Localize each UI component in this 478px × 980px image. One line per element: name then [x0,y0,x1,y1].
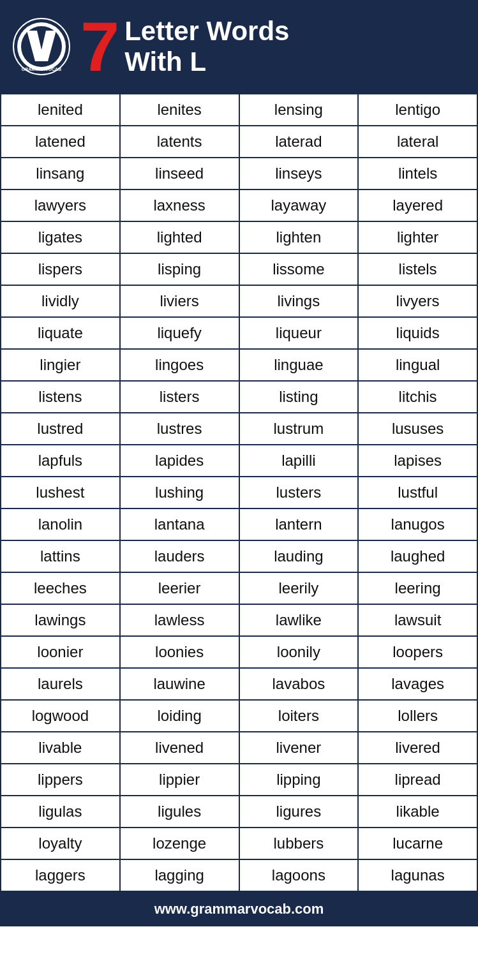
table-row: lingierlingoeslinguaelingual [1,349,477,381]
table-row: livablelivenedlivenerlivered [1,732,477,764]
table-cell: lateral [358,126,477,158]
table-row: lanolinlantanalanternlanugos [1,509,477,540]
table-cell: linguae [239,349,359,381]
table-cell: lighten [239,221,359,253]
table-cell: laxness [120,189,239,221]
table-row: listenslisterslistinglitchis [1,381,477,413]
table-row: lawingslawlesslawlikelawsuit [1,604,477,636]
table-row: leechesleerierleerilyleering [1,572,477,604]
table-cell: lagunas [358,859,477,891]
table-cell: lauders [120,540,239,572]
table-cell: lustred [1,413,120,445]
table-cell: liquids [358,317,477,349]
table-cell: linseys [239,158,359,189]
table-cell: latents [120,126,239,158]
table-cell: lavages [358,668,477,700]
header: GRAMMARVOCAB 7 Letter Words With L [0,0,478,93]
table-cell: laughed [358,540,477,572]
table-cell: loopers [358,636,477,668]
table-cell: lingoes [120,349,239,381]
table-cell: lipread [358,764,477,796]
table-cell: lapides [120,445,239,477]
table-cell: lawings [1,604,120,636]
table-cell: layaway [239,189,359,221]
table-row: lenitedleniteslensinglentigo [1,94,477,126]
table-cell: loonier [1,636,120,668]
table-cell: laggers [1,859,120,891]
table-cell: lantana [120,509,239,540]
table-row: linsanglinseedlinseyslintels [1,158,477,189]
table-cell: ligates [1,221,120,253]
table-cell: lenites [120,94,239,126]
table-cell: likable [358,796,477,828]
table-cell: lighted [120,221,239,253]
table-row: lawyerslaxnesslayawaylayered [1,189,477,221]
table-cell: lustrum [239,413,359,445]
table-cell: ligures [239,796,359,828]
footer: www.grammarvocab.com [0,892,478,926]
table-cell: livered [358,732,477,764]
table-cell: loyalty [1,828,120,859]
table-cell: listens [1,381,120,413]
table-cell: lingual [358,349,477,381]
table-cell: livings [239,285,359,317]
table-cell: livyers [358,285,477,317]
table-row: ligateslightedlightenlighter [1,221,477,253]
table-cell: lantern [239,509,359,540]
table-cell: lanolin [1,509,120,540]
table-cell: liqueur [239,317,359,349]
table-row: loyaltylozengelubberslucarne [1,828,477,859]
table-cell: lissome [239,253,359,285]
table-row: lipperslippierlippinglipread [1,764,477,796]
table-cell: loonies [120,636,239,668]
table-row: lividlylivierslivingslivyers [1,285,477,317]
table-cell: livable [1,732,120,764]
table-cell: liquefy [120,317,239,349]
table-row: lushestlushinglusterslustful [1,477,477,509]
table-cell: lippier [120,764,239,796]
table-cell: logwood [1,700,120,732]
table-cell: liquate [1,317,120,349]
table-cell: leering [358,572,477,604]
table-cell: lususes [358,413,477,445]
table-cell: leerier [120,572,239,604]
table-cell: loonily [239,636,359,668]
table-cell: leeches [1,572,120,604]
table-cell: lawyers [1,189,120,221]
table-cell: lushest [1,477,120,509]
table-cell: lucarne [358,828,477,859]
table-row: ligulasligulesligureslikable [1,796,477,828]
table-cell: lapilli [239,445,359,477]
table-cell: lauwine [120,668,239,700]
table-cell: latened [1,126,120,158]
table-cell: loiding [120,700,239,732]
table-cell: lawlike [239,604,359,636]
table-cell: lentigo [358,94,477,126]
table-cell: lisping [120,253,239,285]
table-cell: lozenge [120,828,239,859]
table-cell: laterad [239,126,359,158]
table-cell: lavabos [239,668,359,700]
table-row: logwoodloidingloiterslollers [1,700,477,732]
table-row: lattinslauderslaudinglaughed [1,540,477,572]
table-cell: listels [358,253,477,285]
table-cell: lagoons [239,859,359,891]
table-row: laggerslagginglagoonslagunas [1,859,477,891]
header-title: Letter Words With L [124,16,289,78]
table-cell: ligules [120,796,239,828]
table-cell: lusters [239,477,359,509]
table-cell: livener [239,732,359,764]
table-cell: lippers [1,764,120,796]
logo: GRAMMARVOCAB [13,18,70,75]
table-cell: lollers [358,700,477,732]
table-cell: leerily [239,572,359,604]
table-cell: lipping [239,764,359,796]
header-title-block: 7 Letter Words With L [80,11,289,82]
table-cell: lubbers [239,828,359,859]
table-cell: liviers [120,285,239,317]
table-cell: linsang [1,158,120,189]
table-cell: lapfuls [1,445,120,477]
table-cell: lingier [1,349,120,381]
table-cell: livened [120,732,239,764]
table-cell: lawsuit [358,604,477,636]
